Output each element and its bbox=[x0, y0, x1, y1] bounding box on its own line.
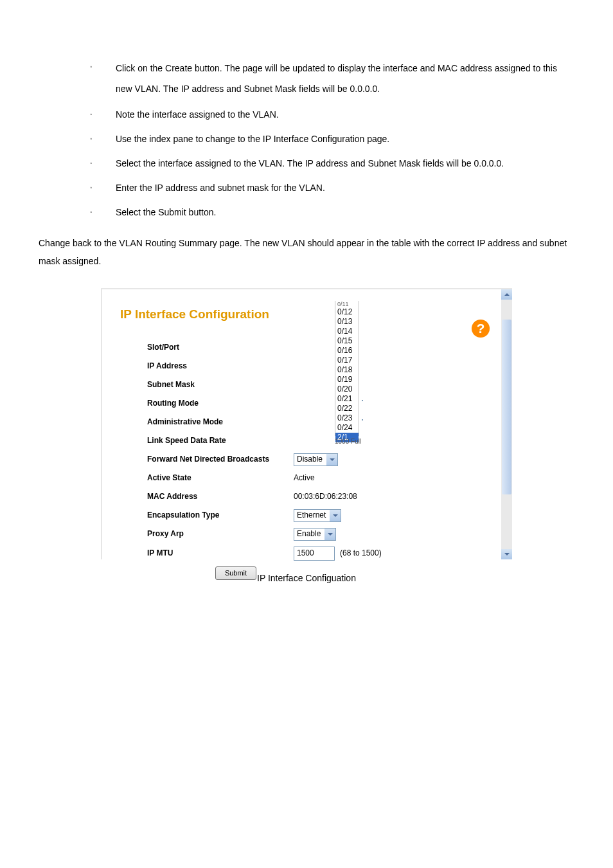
slotport-listbox[interactable]: 0/11 0/12 0/13 0/14 0/15 0/16 0/17 0/18 … bbox=[335, 301, 359, 436]
listbox-option[interactable]: 0/14 bbox=[335, 327, 359, 336]
encap-type-value: Ethernet bbox=[294, 510, 330, 521]
listbox-option[interactable]: 0/22 bbox=[335, 404, 359, 413]
ip-mtu-input[interactable]: 1500 bbox=[294, 547, 335, 561]
mac-address-value: 00:03:6D:06:23:08 bbox=[294, 491, 357, 502]
listbox-option[interactable]: 0/21 bbox=[335, 394, 359, 404]
link-speed-value-fragment: 1000 Full bbox=[335, 437, 361, 446]
label-subnet-mask: Subnet Mask bbox=[120, 379, 294, 390]
active-state-value: Active bbox=[294, 473, 315, 484]
listbox-option[interactable]: 0/16 bbox=[335, 346, 359, 356]
proxy-arp-value: Enable bbox=[294, 529, 324, 539]
chevron-down-icon bbox=[326, 454, 337, 466]
label-proxy-arp: Proxy Arp bbox=[120, 529, 294, 539]
routing-mode-dropdown-arrow[interactable] bbox=[362, 400, 363, 401]
instruction-item: Select the Submit button. bbox=[90, 203, 574, 221]
summary-paragraph: Change back to the VLAN Routing Summary … bbox=[39, 234, 574, 270]
figure-title: IP Interface Configuration bbox=[120, 306, 512, 323]
encap-type-select[interactable]: Ethernet bbox=[294, 509, 341, 522]
submit-button[interactable]: Submit bbox=[215, 566, 256, 580]
label-ip-mtu: IP MTU bbox=[120, 548, 294, 559]
chevron-down-icon bbox=[324, 529, 335, 540]
listbox-option[interactable]: 0/18 bbox=[335, 365, 359, 375]
listbox-option-truncated: 0/11 bbox=[335, 301, 359, 307]
label-encap-type: Encapsulation Type bbox=[120, 510, 294, 521]
admin-mode-dropdown-arrow[interactable] bbox=[362, 419, 363, 420]
proxy-arp-select[interactable]: Enable bbox=[294, 528, 336, 541]
scroll-up-button[interactable] bbox=[501, 289, 512, 300]
instruction-item: Enter the IP address and subnet mask for… bbox=[90, 179, 574, 197]
label-admin-mode: Administrative Mode bbox=[120, 417, 294, 428]
label-routing-mode: Routing Mode bbox=[120, 398, 294, 409]
fwd-broadcast-select[interactable]: Disable bbox=[294, 453, 338, 466]
instruction-item: Select the interface assigned to the VLA… bbox=[90, 154, 574, 172]
listbox-option[interactable]: 0/13 bbox=[335, 317, 359, 327]
instruction-item: Use the index pane to change to the IP I… bbox=[90, 130, 574, 148]
listbox-option[interactable]: 0/19 bbox=[335, 375, 359, 384]
listbox-option[interactable]: 0/20 bbox=[335, 384, 359, 394]
listbox-option[interactable]: 0/24 bbox=[335, 423, 359, 433]
help-icon[interactable]: ? bbox=[471, 319, 490, 338]
listbox-option[interactable]: 0/15 bbox=[335, 336, 359, 346]
chevron-down-icon bbox=[330, 510, 341, 521]
listbox-option[interactable]: 0/23 bbox=[335, 413, 359, 423]
instruction-list: Click on the Create button. The page wil… bbox=[39, 58, 574, 221]
label-fwd-broadcast: Forward Net Directed Broadcasts bbox=[120, 454, 294, 465]
svg-text:?: ? bbox=[477, 321, 485, 336]
instruction-item: Note the interface assigned to the VLAN. bbox=[90, 105, 574, 123]
instruction-item: Click on the Create button. The page wil… bbox=[90, 58, 574, 99]
label-link-speed: Link Speed Data Rate bbox=[120, 435, 294, 446]
ip-mtu-value: 1500 bbox=[297, 548, 314, 559]
ip-mtu-hint: (68 to 1500) bbox=[340, 548, 382, 559]
label-active-state: Active State bbox=[120, 473, 294, 484]
listbox-option[interactable]: 0/12 bbox=[335, 307, 359, 317]
fwd-broadcast-value: Disable bbox=[294, 454, 326, 465]
ip-interface-figure: 0/11 0/12 0/13 0/14 0/15 0/16 0/17 0/18 … bbox=[101, 288, 512, 559]
label-ip-address: IP Address bbox=[120, 361, 294, 372]
label-slotport: Slot/Port bbox=[120, 342, 294, 353]
listbox-option[interactable]: 0/17 bbox=[335, 356, 359, 365]
label-mac-address: MAC Address bbox=[120, 491, 294, 502]
